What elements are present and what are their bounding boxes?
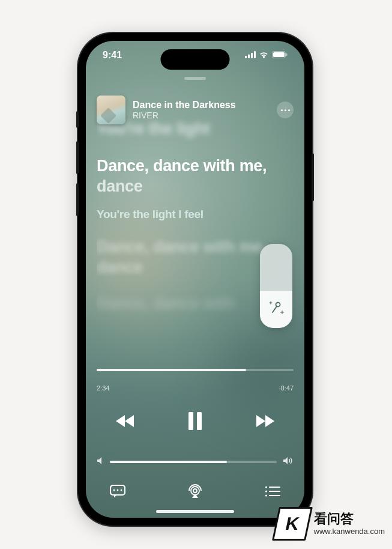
track-artist: RIVER <box>133 111 270 120</box>
svg-point-21 <box>265 490 267 492</box>
home-indicator[interactable] <box>156 510 234 513</box>
watermark-url: www.kanwenda.com <box>314 527 385 536</box>
track-title: Dance in the Darkness <box>133 100 270 111</box>
vocal-level-slider[interactable] <box>260 244 292 328</box>
svg-point-15 <box>193 489 197 493</box>
svg-rect-0 <box>245 56 247 58</box>
svg-point-20 <box>265 486 267 488</box>
watermark: K 看问答 www.kanwenda.com <box>276 507 385 541</box>
volume-high-icon <box>283 456 294 467</box>
queue-button[interactable] <box>265 486 280 499</box>
svg-rect-3 <box>254 51 256 58</box>
vocal-slider-track <box>260 244 292 291</box>
svg-rect-2 <box>251 53 253 58</box>
lyric-line-next: You're the light I feel <box>97 207 294 222</box>
microphone-sparkle-icon <box>267 299 285 320</box>
lyric-line-current: Dance, dance with me, dance <box>97 156 294 197</box>
more-button[interactable] <box>277 102 294 118</box>
battery-icon <box>272 50 288 61</box>
power-button <box>312 153 314 201</box>
silence-switch <box>76 111 79 128</box>
time-elapsed: 2:34 <box>97 384 109 392</box>
cellular-icon <box>245 50 256 61</box>
pause-button[interactable] <box>187 412 203 432</box>
svg-point-7 <box>275 302 281 308</box>
watermark-name: 看问答 <box>314 511 385 527</box>
svg-point-14 <box>121 490 122 491</box>
sheet-grabber[interactable] <box>184 77 206 80</box>
volume-down-button <box>76 183 79 216</box>
screen: 9:41 Dance in the Darkness RIVER <box>86 41 304 518</box>
svg-rect-1 <box>248 55 250 59</box>
next-track-button[interactable] <box>254 414 276 431</box>
watermark-logo: K <box>272 507 313 541</box>
wifi-icon <box>259 50 269 61</box>
svg-point-16 <box>191 487 199 495</box>
progress-slider[interactable] <box>97 364 294 376</box>
time-remaining: -0:47 <box>279 384 294 392</box>
dynamic-island <box>161 49 230 70</box>
status-time: 9:41 <box>103 50 122 61</box>
track-info[interactable]: Dance in the Darkness RIVER <box>133 100 270 120</box>
svg-point-13 <box>117 490 119 491</box>
svg-rect-9 <box>188 412 193 430</box>
svg-rect-6 <box>286 53 288 56</box>
svg-rect-10 <box>197 412 202 430</box>
now-playing-header: Dance in the Darkness RIVER <box>97 94 294 126</box>
ellipsis-icon <box>281 109 283 111</box>
svg-rect-5 <box>273 52 285 57</box>
player-controls: 2:34 -0:47 <box>97 364 294 501</box>
volume-up-button <box>76 141 79 174</box>
svg-point-12 <box>113 490 115 491</box>
airplay-button[interactable] <box>187 484 203 501</box>
svg-line-8 <box>273 306 277 312</box>
phone-frame: 9:41 Dance in the Darkness RIVER <box>78 33 312 526</box>
svg-point-22 <box>265 494 267 496</box>
previous-track-button[interactable] <box>115 414 136 431</box>
volume-low-icon <box>97 456 104 467</box>
album-art[interactable] <box>97 96 125 124</box>
volume-slider[interactable] <box>110 461 277 463</box>
lyrics-button[interactable] <box>110 485 125 500</box>
